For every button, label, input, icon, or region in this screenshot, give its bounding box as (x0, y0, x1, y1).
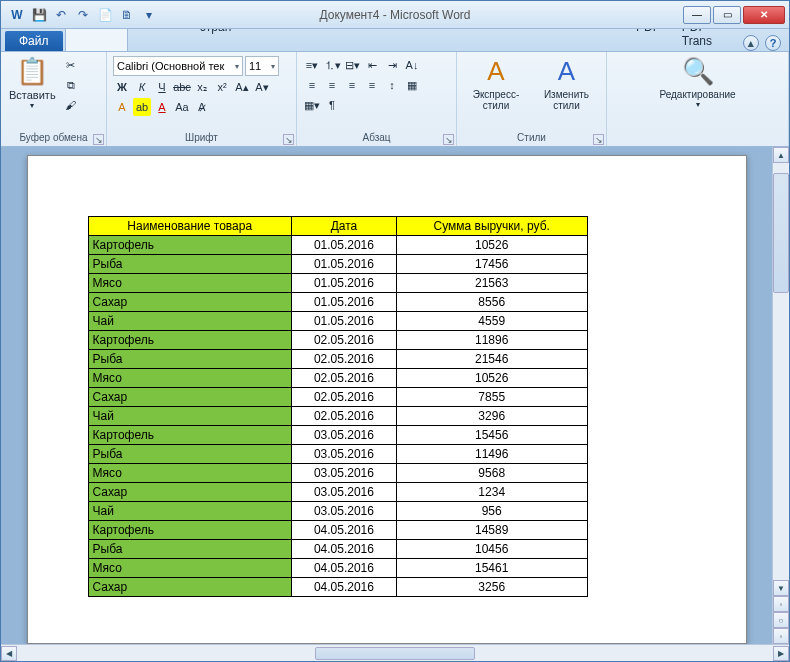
scroll-thumb-h[interactable] (315, 647, 475, 660)
browse-obj-icon[interactable]: ○ (773, 612, 789, 628)
borders-icon[interactable]: ▦▾ (303, 96, 321, 114)
minimize-ribbon-icon[interactable]: ▴ (743, 35, 759, 51)
cell-sum[interactable]: 4559 (396, 312, 587, 331)
table-header[interactable]: Дата (291, 217, 396, 236)
cell-sum[interactable]: 21546 (396, 350, 587, 369)
align-center-icon[interactable]: ≡ (323, 76, 341, 94)
cell-sum[interactable]: 3296 (396, 407, 587, 426)
cell-date[interactable]: 01.05.2016 (291, 312, 396, 331)
shrink-font-icon[interactable]: A▾ (253, 78, 271, 96)
table-row[interactable]: Рыба01.05.201617456 (88, 255, 587, 274)
qat-customize-icon[interactable]: ▾ (139, 5, 159, 25)
cell-name[interactable]: Мясо (88, 274, 291, 293)
table-row[interactable]: Сахар03.05.20161234 (88, 483, 587, 502)
table-row[interactable]: Мясо01.05.201621563 (88, 274, 587, 293)
cell-sum[interactable]: 10526 (396, 369, 587, 388)
table-row[interactable]: Картофель01.05.201610526 (88, 236, 587, 255)
cell-date[interactable]: 04.05.2016 (291, 521, 396, 540)
cell-date[interactable]: 01.05.2016 (291, 274, 396, 293)
help-icon[interactable]: ? (765, 35, 781, 51)
cell-sum[interactable]: 10526 (396, 236, 587, 255)
change-case-icon[interactable]: Aa (173, 98, 191, 116)
cell-name[interactable]: Мясо (88, 559, 291, 578)
cell-sum[interactable]: 7855 (396, 388, 587, 407)
format-painter-icon[interactable]: 🖌 (62, 96, 80, 114)
close-button[interactable]: ✕ (743, 6, 785, 24)
cell-date[interactable]: 02.05.2016 (291, 388, 396, 407)
next-page-icon[interactable]: ◦ (773, 628, 789, 644)
table-row[interactable]: Картофель02.05.201611896 (88, 331, 587, 350)
file-tab[interactable]: Файл (5, 31, 63, 51)
cell-sum[interactable]: 14589 (396, 521, 587, 540)
table-row[interactable]: Рыба02.05.201621546 (88, 350, 587, 369)
strike-icon[interactable]: abc (173, 78, 191, 96)
cell-name[interactable]: Сахар (88, 483, 291, 502)
table-row[interactable]: Картофель04.05.201614589 (88, 521, 587, 540)
cell-sum[interactable]: 17456 (396, 255, 587, 274)
table-row[interactable]: Сахар04.05.20163256 (88, 578, 587, 597)
multilevel-icon[interactable]: ⊟▾ (343, 56, 361, 74)
subscript-icon[interactable]: x₂ (193, 78, 211, 96)
cell-sum[interactable]: 15461 (396, 559, 587, 578)
cell-date[interactable]: 01.05.2016 (291, 236, 396, 255)
table-header[interactable]: Наименование товара (88, 217, 291, 236)
numbering-icon[interactable]: ⒈▾ (323, 56, 341, 74)
cell-date[interactable]: 02.05.2016 (291, 350, 396, 369)
cell-name[interactable]: Рыба (88, 445, 291, 464)
styles-launcher-icon[interactable]: ↘ (593, 134, 604, 145)
cell-name[interactable]: Рыба (88, 255, 291, 274)
cell-date[interactable]: 03.05.2016 (291, 464, 396, 483)
cell-sum[interactable]: 11896 (396, 331, 587, 350)
table-row[interactable]: Чай01.05.20164559 (88, 312, 587, 331)
cell-name[interactable]: Картофель (88, 426, 291, 445)
cell-name[interactable]: Мясо (88, 369, 291, 388)
paragraph-launcher-icon[interactable]: ↘ (443, 134, 454, 145)
table-row[interactable]: Мясо02.05.201610526 (88, 369, 587, 388)
cell-name[interactable]: Чай (88, 312, 291, 331)
font-size-combo[interactable]: 11▾ (245, 56, 279, 76)
cell-date[interactable]: 04.05.2016 (291, 559, 396, 578)
quick-styles-button[interactable]: A Экспресс-стили (461, 54, 531, 113)
grow-font-icon[interactable]: A▴ (233, 78, 251, 96)
font-name-combo[interactable]: Calibri (Основной тек▾ (113, 56, 243, 76)
minimize-button[interactable]: — (683, 6, 711, 24)
app-icon[interactable]: W (7, 5, 27, 25)
scroll-down-icon[interactable]: ▼ (773, 580, 789, 596)
highlight-icon[interactable]: ab (133, 98, 151, 116)
cell-date[interactable]: 01.05.2016 (291, 293, 396, 312)
table-header[interactable]: Сумма выручки, руб. (396, 217, 587, 236)
table-row[interactable]: Мясо04.05.201615461 (88, 559, 587, 578)
cell-sum[interactable]: 956 (396, 502, 587, 521)
vertical-scrollbar[interactable]: ▲ ▼ ◦ ○ ◦ (772, 147, 789, 644)
cell-name[interactable]: Картофель (88, 521, 291, 540)
document-page[interactable]: Наименование товараДатаСумма выручки, ру… (27, 155, 747, 644)
scroll-up-icon[interactable]: ▲ (773, 147, 789, 163)
align-left-icon[interactable]: ≡ (303, 76, 321, 94)
editing-button[interactable]: 🔍 Редактирование ▾ (655, 54, 739, 111)
table-row[interactable]: Рыба04.05.201610456 (88, 540, 587, 559)
align-right-icon[interactable]: ≡ (343, 76, 361, 94)
cell-sum[interactable]: 1234 (396, 483, 587, 502)
prev-page-icon[interactable]: ◦ (773, 596, 789, 612)
cell-date[interactable]: 04.05.2016 (291, 578, 396, 597)
cell-name[interactable]: Чай (88, 407, 291, 426)
horizontal-scrollbar[interactable]: ◀ ▶ (1, 644, 789, 661)
cell-sum[interactable]: 10456 (396, 540, 587, 559)
table-row[interactable]: Мясо03.05.20169568 (88, 464, 587, 483)
font-color-icon[interactable]: A (153, 98, 171, 116)
table-row[interactable]: Сахар02.05.20167855 (88, 388, 587, 407)
scroll-right-icon[interactable]: ▶ (773, 646, 789, 661)
cell-date[interactable]: 02.05.2016 (291, 331, 396, 350)
bullets-icon[interactable]: ≡▾ (303, 56, 321, 74)
table-row[interactable]: Чай02.05.20163296 (88, 407, 587, 426)
cell-name[interactable]: Чай (88, 502, 291, 521)
cut-icon[interactable]: ✂ (62, 56, 80, 74)
cell-sum[interactable]: 9568 (396, 464, 587, 483)
justify-icon[interactable]: ≡ (363, 76, 381, 94)
cell-date[interactable]: 03.05.2016 (291, 483, 396, 502)
qat-doc2-icon[interactable]: 🗎 (117, 5, 137, 25)
data-table[interactable]: Наименование товараДатаСумма выручки, ру… (88, 216, 588, 597)
font-launcher-icon[interactable]: ↘ (283, 134, 294, 145)
clipboard-launcher-icon[interactable]: ↘ (93, 134, 104, 145)
clear-format-icon[interactable]: A̷ (193, 98, 211, 116)
